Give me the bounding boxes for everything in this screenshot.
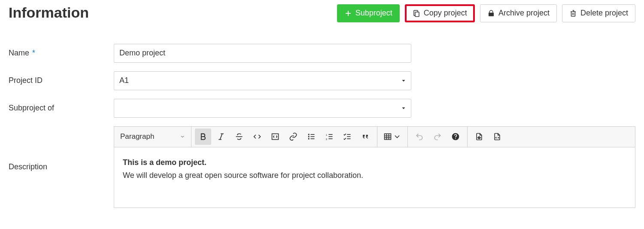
svg-text:1: 1 [326,134,327,136]
plus-icon [344,9,352,17]
archive-project-button[interactable]: Archive project [480,4,557,22]
undo-icon [415,132,424,141]
preview-button[interactable] [471,128,487,145]
svg-point-31 [479,137,480,138]
code-icon [253,132,261,141]
required-marker: * [30,49,35,57]
delete-project-label: Delete project [580,9,628,18]
strikethrough-icon [235,132,243,141]
rich-text-editor: Paragraph [114,126,635,208]
source-icon [493,132,501,141]
link-button[interactable] [285,128,301,145]
svg-rect-2 [415,12,419,17]
project-id-value[interactable] [114,71,411,90]
table-icon [383,132,392,141]
description-line-2: We will develop a great open source soft… [123,169,626,182]
italic-icon [217,132,225,141]
editor-content[interactable]: This is a demo project. We will develop … [114,147,635,208]
description-line-1: This is a demo project. [123,158,207,167]
preview-icon [475,132,483,141]
copy-project-button[interactable]: Copy project [405,4,475,22]
task-list-button[interactable] [339,128,355,145]
link-icon [289,132,298,141]
svg-rect-9 [272,134,279,139]
trash-icon [569,9,577,17]
subproject-button[interactable]: Subproject [337,4,400,22]
editor-toolbar: Paragraph [114,127,635,147]
subproject-of-label: Subproject of [9,104,114,113]
name-label-text: Name [9,49,29,57]
numbered-list-icon: 12 [325,132,334,141]
svg-rect-24 [385,134,391,139]
help-icon [451,132,460,141]
project-id-select[interactable] [114,71,411,90]
svg-text:2: 2 [326,138,327,140]
strikethrough-button[interactable] [231,128,247,145]
code-block-button[interactable] [267,128,283,145]
numbered-list-button[interactable]: 12 [321,128,337,145]
description-label: Description [9,162,114,171]
svg-line-7 [220,134,222,139]
redo-button[interactable] [429,128,446,145]
name-label: Name * [9,49,114,58]
subproject-label: Subproject [355,9,392,18]
source-button[interactable] [489,128,505,145]
subproject-of-select[interactable] [114,99,411,118]
undo-button[interactable] [411,128,428,145]
chevron-down-icon [180,134,185,139]
chevron-down-icon [393,132,401,141]
subproject-of-value[interactable] [114,99,411,118]
page-title: Information [9,4,89,21]
bold-icon [199,132,207,141]
copy-icon [413,9,420,17]
bold-button[interactable] [195,128,211,145]
action-bar: Subproject Copy project Archive project … [337,4,635,22]
italic-button[interactable] [213,128,229,145]
block-format-value: Paragraph [120,132,154,141]
redo-icon [433,132,442,141]
help-button[interactable] [447,128,464,145]
quote-icon [361,132,370,141]
bullet-list-button[interactable] [303,128,319,145]
block-format-select[interactable]: Paragraph [114,127,191,147]
copy-project-label: Copy project [424,9,467,18]
lock-icon [487,9,495,17]
svg-point-12 [309,138,310,139]
svg-point-10 [309,134,310,135]
code-button[interactable] [249,128,265,145]
table-button[interactable] [381,128,404,145]
delete-project-button[interactable]: Delete project [562,4,635,22]
code-block-icon [271,132,279,141]
svg-point-30 [455,138,456,139]
blockquote-button[interactable] [357,128,374,145]
project-id-label: Project ID [9,76,114,85]
task-list-icon [343,132,352,141]
bullet-list-icon [307,132,316,141]
name-input[interactable] [114,44,411,63]
archive-project-label: Archive project [498,9,550,18]
svg-point-11 [309,136,310,137]
